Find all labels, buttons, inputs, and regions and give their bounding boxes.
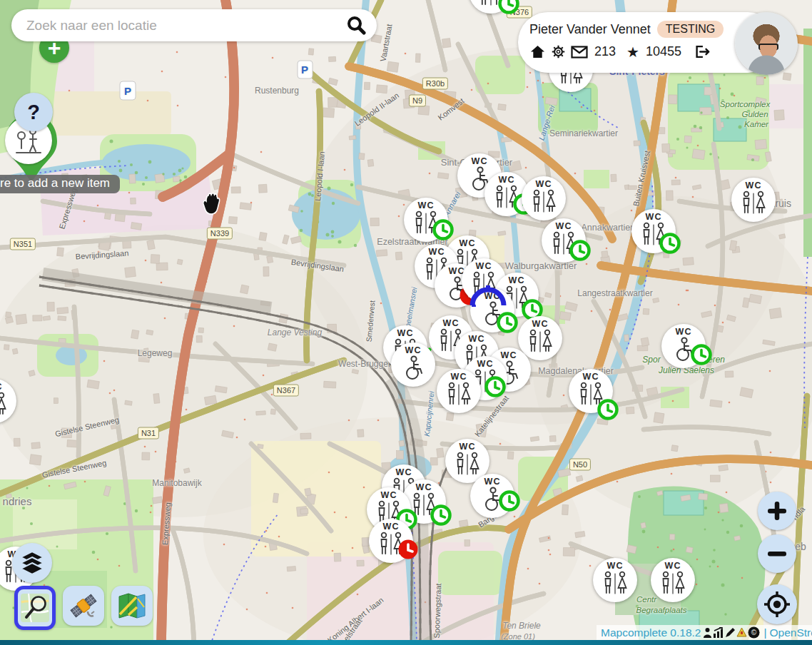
home-icon[interactable] bbox=[529, 44, 546, 59]
attribution-app-version[interactable]: Mapcomplete 0.18.2 bbox=[601, 626, 701, 639]
folded-map-icon bbox=[118, 593, 146, 619]
settings-gear-icon[interactable] bbox=[551, 44, 566, 59]
basemap-style-row bbox=[14, 586, 153, 630]
messages-count[interactable]: 213 bbox=[594, 44, 616, 59]
copyright-icon: © bbox=[748, 626, 760, 639]
bottom-accent-bar bbox=[0, 640, 812, 645]
geolocate-button[interactable] bbox=[757, 584, 797, 624]
osm-map-icon bbox=[20, 592, 50, 624]
changesets-count[interactable]: 10455 bbox=[646, 44, 681, 59]
user-name: Pieter Vander Vennet bbox=[529, 22, 651, 37]
basemap-map-button[interactable] bbox=[111, 586, 153, 626]
testing-badge: TESTING bbox=[657, 21, 724, 38]
plus-icon bbox=[766, 500, 788, 522]
mapcomplete-app: Brugge-Sint-PietersRustenburgSint-Gillis… bbox=[0, 0, 812, 645]
statistics-icon bbox=[713, 627, 724, 638]
search-icon[interactable] bbox=[345, 15, 367, 36]
search-input[interactable] bbox=[25, 17, 345, 34]
crosshair-icon bbox=[763, 591, 791, 618]
blue-arc-marker[interactable] bbox=[470, 285, 507, 310]
attribution-osm-link[interactable]: OpenStreetMap bbox=[769, 626, 812, 639]
minus-icon bbox=[766, 543, 788, 564]
attribution-separator: | bbox=[763, 626, 766, 639]
satellite-icon bbox=[69, 591, 98, 620]
search-bar bbox=[11, 9, 377, 41]
messages-icon[interactable] bbox=[571, 46, 588, 59]
basemap-satellite-button[interactable] bbox=[63, 586, 104, 626]
layers-icon bbox=[20, 552, 44, 574]
map-canvas[interactable] bbox=[0, 0, 812, 645]
logout-icon[interactable] bbox=[694, 44, 711, 59]
zoom-out-button[interactable] bbox=[758, 534, 796, 573]
star-icon: ★ bbox=[626, 46, 639, 59]
theme-logo-icon bbox=[736, 627, 747, 638]
user-avatar[interactable] bbox=[735, 12, 798, 75]
basemap-osm-button[interactable] bbox=[14, 586, 56, 630]
layers-button[interactable] bbox=[12, 543, 52, 583]
help-button[interactable]: ? bbox=[14, 93, 53, 131]
zoom-in-button[interactable] bbox=[758, 492, 796, 530]
edit-pencil-icon bbox=[725, 627, 736, 638]
attribution-icons: © bbox=[703, 626, 760, 639]
svg-text:©: © bbox=[751, 629, 757, 636]
add-item-tooltip: re to add a new item bbox=[0, 175, 120, 193]
hand-cursor-icon bbox=[201, 191, 222, 218]
attribution-bar: Mapcomplete 0.18.2 © | OpenStreetMap bbox=[597, 625, 812, 640]
contributor-icon bbox=[703, 627, 712, 639]
